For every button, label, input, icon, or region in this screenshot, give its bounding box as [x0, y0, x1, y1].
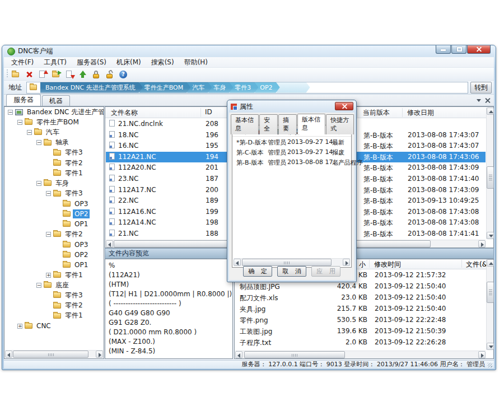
column-divider[interactable] — [461, 260, 462, 268]
breadcrumb-segment[interactable]: 车身 — [208, 82, 233, 93]
version-row[interactable]: 第-C-版本管理员2013-09-27 14:...报废 — [232, 147, 351, 157]
hscroll-thumb[interactable] — [244, 351, 345, 358]
list-item[interactable]: 夹具.jpg215.7 KB2013-09-12 21:50:40 — [235, 303, 486, 314]
address-field[interactable]: Bandex DNC 先进生产管理系统零件生产BOM汽车车身零件3OP2 — [26, 82, 468, 94]
file-list-vscrollbar[interactable] — [486, 108, 493, 239]
unlock-icon[interactable] — [104, 69, 116, 80]
tree-item-CNC[interactable]: +CNC — [4, 321, 104, 331]
tab-机器[interactable]: 机器 — [42, 95, 70, 106]
scroll-left-icon[interactable] — [106, 240, 113, 248]
breadcrumb-segment[interactable]: 零件3 — [230, 82, 258, 93]
column-divider[interactable] — [357, 108, 358, 117]
breadcrumb-segment[interactable]: OP2 — [255, 82, 279, 93]
tree-item-轴承[interactable]: −轴承 — [4, 138, 104, 148]
close-button[interactable] — [467, 45, 491, 54]
dialog-tab-摘要[interactable]: 摘要 — [278, 114, 297, 134]
dialog-tab-版本信息[interactable]: 版本信息 — [297, 114, 325, 134]
tabstrip-close-icon[interactable] — [484, 97, 491, 104]
column-header-modified[interactable]: 修改时间 — [374, 260, 401, 269]
tree-item-零件3[interactable]: 零件3 — [4, 290, 104, 300]
scroll-right-icon[interactable] — [343, 259, 350, 266]
scroll-down-icon[interactable] — [487, 343, 494, 350]
scroll-left-icon[interactable] — [5, 351, 12, 358]
column-header-date[interactable]: 修改日期 — [407, 108, 434, 118]
scroll-down-icon[interactable] — [487, 232, 494, 239]
dialog-table-hscrollbar[interactable] — [234, 258, 350, 266]
attachments-hscrollbar[interactable] — [235, 351, 486, 358]
breadcrumb-segment[interactable]: 零件生产BOM — [139, 82, 191, 93]
tree-item-OP1[interactable]: OP1 — [4, 219, 104, 229]
cancel-button[interactable]: 取 消 — [277, 266, 306, 277]
menu-item[interactable]: 搜索(S) — [146, 57, 179, 68]
list-item[interactable]: 配刀文件.xls23.0 KB2013-09-12 21:50:40 — [235, 292, 486, 303]
tree-item-零件2[interactable]: 零件2 — [4, 158, 104, 168]
expander-icon[interactable]: − — [46, 191, 51, 196]
tree-item-零件2[interactable]: −零件2 — [4, 229, 104, 239]
expander-icon[interactable]: − — [27, 130, 32, 135]
expander-icon[interactable]: − — [36, 283, 41, 288]
upload-file-icon[interactable] — [36, 69, 49, 80]
attachments-vscrollbar[interactable] — [486, 259, 493, 350]
vscroll-thumb[interactable] — [487, 166, 494, 189]
breadcrumb-segment[interactable]: 汽车 — [187, 82, 212, 93]
expander-icon[interactable]: − — [36, 140, 41, 145]
version-row[interactable]: *第-D-版本管理员2013-09-27 14:...最新 — [232, 137, 351, 147]
version-row[interactable]: 第-B-版本管理员2013-08-08 17:...老产品程序 — [232, 157, 351, 167]
list-item[interactable]: 零件.png530.5 KB2013-09-12 22:22:48 — [235, 314, 486, 325]
restore-button[interactable] — [451, 45, 466, 54]
up-arrow-icon[interactable] — [77, 69, 89, 80]
tree-item-OP3[interactable]: OP3 — [4, 199, 104, 209]
vscroll-thumb[interactable] — [487, 282, 494, 303]
tree-item-OP1[interactable]: OP1 — [4, 260, 104, 270]
tree-item-底座[interactable]: −底座 — [4, 280, 104, 290]
scroll-up-icon[interactable] — [487, 108, 494, 115]
column-header-version[interactable]: 当前版本 — [363, 108, 390, 118]
hscroll-thumb[interactable] — [242, 259, 332, 266]
expander-icon[interactable]: − — [46, 232, 51, 237]
tree-item-汽车[interactable]: −汽车 — [4, 127, 104, 137]
go-button[interactable]: 转到 — [470, 82, 492, 94]
open-folder-icon[interactable] — [50, 69, 62, 80]
expander-icon[interactable]: − — [8, 110, 13, 115]
tree-hscrollbar[interactable] — [5, 350, 103, 358]
tree-item-OP2[interactable]: OP2 — [4, 250, 104, 260]
tree-item-零件1[interactable]: 零件1 — [4, 311, 104, 321]
scroll-right-icon[interactable] — [478, 351, 486, 358]
toolbar-grip[interactable] — [7, 69, 8, 78]
column-header-name[interactable]: 文件名称 — [111, 108, 138, 118]
menu-item[interactable]: 帮助(H) — [179, 57, 213, 68]
tab-服务器[interactable]: 服务器 — [6, 94, 41, 106]
column-header-size[interactable]: 小 — [359, 260, 366, 269]
help-icon[interactable]: ? — [117, 69, 129, 80]
list-item[interactable]: 制品顶图.JPG420.4 KB2013-09-12 21:50:40 — [235, 281, 486, 292]
chevron-down-icon[interactable] — [477, 99, 481, 102]
scroll-up-icon[interactable] — [487, 259, 494, 267]
tree-item-车身[interactable]: −车身 — [4, 178, 104, 188]
minimize-button[interactable] — [436, 45, 451, 54]
ok-button[interactable]: 确 定 — [243, 266, 272, 277]
tree-item-零件生产BOM[interactable]: −零件生产BOM — [4, 117, 104, 127]
expander-icon[interactable]: + — [17, 324, 22, 329]
expander-icon[interactable]: − — [17, 120, 22, 125]
folder-icon[interactable] — [10, 69, 22, 80]
dialog-close-button[interactable] — [335, 102, 353, 110]
dialog-tab-安全[interactable]: 安全 — [259, 114, 278, 134]
scroll-right-icon[interactable] — [96, 351, 103, 358]
tree-item-OP3[interactable]: OP3 — [4, 239, 104, 249]
tree-item-Bandex DNC 先进生产管理系[interactable]: −Bandex DNC 先进生产管理系 — [4, 107, 104, 117]
delete-icon[interactable] — [23, 69, 35, 80]
lock-icon[interactable] — [90, 69, 102, 80]
tree-item-零件1[interactable]: 零件1 — [4, 168, 104, 178]
column-divider[interactable] — [402, 108, 403, 117]
tree-item-OP2[interactable]: OP2 — [4, 209, 104, 219]
menu-item[interactable]: 服务器(S) — [72, 57, 111, 68]
list-item[interactable]: 工装图.jpg139.6 KB2013-09-12 21:50:39 — [235, 325, 486, 337]
menu-item[interactable]: 工具(T) — [39, 57, 72, 68]
menu-item[interactable]: 文件(F) — [6, 57, 39, 68]
expander-icon[interactable]: + — [46, 273, 51, 278]
hscroll-thumb[interactable] — [13, 351, 88, 358]
column-divider[interactable] — [369, 260, 370, 268]
list-item[interactable]: 子程序.txt2.0 KB2013-09-12 22:26:28 — [235, 337, 486, 348]
tree-item-零件3[interactable]: −零件3 — [4, 189, 104, 199]
tree-item-零件2[interactable]: 零件2 — [4, 301, 104, 311]
